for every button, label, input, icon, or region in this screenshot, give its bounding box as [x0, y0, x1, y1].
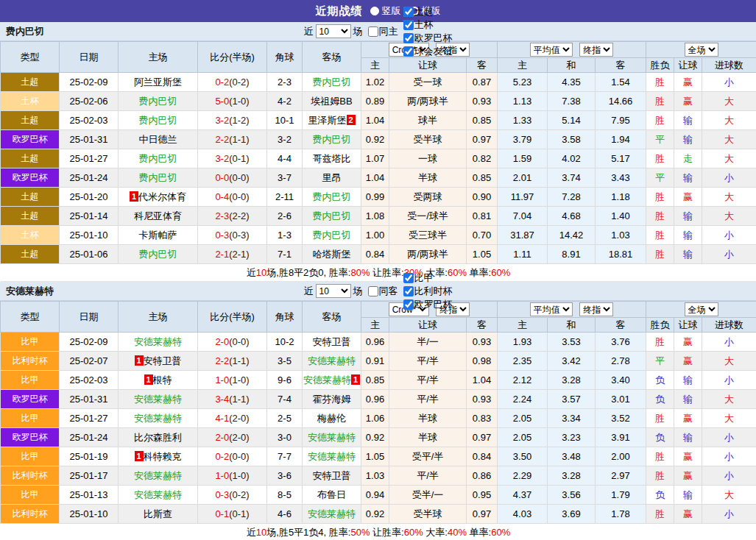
handicap-result-badge: 赢: [674, 447, 702, 466]
match-date: 25-01-10: [60, 505, 119, 524]
corner-count: 4-4: [267, 149, 303, 168]
avg-away: 1.54: [596, 73, 646, 92]
near-count-select[interactable]: 10: [316, 284, 351, 298]
col-handicap-result-header: 让球: [674, 58, 702, 73]
league-label: 球会友谊: [414, 45, 453, 58]
team-link: 费内巴切: [139, 115, 177, 126]
league-label: 欧罗巴杯: [414, 32, 453, 45]
league-checkbox[interactable]: [403, 20, 414, 30]
odds-home: 0.89: [361, 92, 389, 111]
col-avg-home-header: 主: [498, 58, 548, 73]
summary-stat-value: 60%: [491, 527, 510, 538]
average-final-select[interactable]: 终指: [579, 43, 613, 57]
avg-draw: 3.58: [548, 130, 596, 149]
odds-handicap: 受半球: [389, 505, 467, 524]
average-group-header: 平均值 终指: [498, 42, 646, 58]
corner-count: 4-2: [267, 92, 303, 111]
avg-draw: 3.28: [548, 371, 596, 390]
match-row: 比甲 25-01-19 1科特赖克 0-2(0-0) 7-7 安德莱赫特 1.0…: [1, 447, 756, 466]
same-side-filter[interactable]: 同主: [365, 25, 398, 38]
match-date: 25-01-24: [60, 168, 119, 188]
fulltime-score: 5-0: [215, 96, 229, 107]
league-filters: 土超土杯欧罗巴杯球会友谊: [400, 5, 453, 58]
average-select[interactable]: 平均值: [530, 43, 573, 57]
result-badge: 负: [646, 371, 674, 390]
handicap-result-badge: 输: [674, 371, 702, 390]
average-final-select[interactable]: 终指: [579, 302, 613, 316]
away-team: 布鲁日: [303, 486, 361, 505]
avg-home: 3.50: [498, 447, 548, 466]
fulltime-score: 0-2: [215, 77, 229, 88]
goals-badge: 小: [702, 371, 756, 390]
corner-count: 10-1: [267, 111, 303, 130]
avg-draw: 3.53: [548, 333, 596, 352]
league-filter[interactable]: 球会友谊: [400, 45, 453, 58]
league-checkbox[interactable]: [403, 7, 414, 17]
match-type: 土超: [1, 245, 60, 264]
result-badge: 胜: [646, 226, 674, 245]
league-label: 比利时杯: [414, 285, 453, 298]
league-filter[interactable]: 欧罗巴杯: [400, 32, 453, 45]
avg-home: 1.33: [498, 111, 548, 130]
league-label: 土杯: [414, 18, 434, 32]
col-avg-away-header: 客: [596, 318, 646, 333]
halftime-score: (1-0): [229, 470, 249, 481]
fulltime-score: 0-4: [215, 191, 229, 202]
odds-handicap: 平/半: [389, 390, 467, 409]
odds-handicap: 平/半: [389, 371, 467, 390]
handicap-result-badge: 赢: [674, 73, 702, 92]
away-team: 安德莱赫特: [303, 352, 361, 371]
league-filter[interactable]: 土杯: [400, 18, 453, 32]
league-checkbox[interactable]: [403, 299, 414, 310]
league-filter[interactable]: 比甲: [400, 271, 453, 285]
league-checkbox[interactable]: [403, 273, 414, 283]
fulltime-score: 2-2: [215, 355, 229, 366]
odds-handicap: 受两球: [389, 188, 467, 207]
league-checkbox[interactable]: [403, 286, 414, 296]
league-filter[interactable]: 土超: [400, 5, 453, 18]
match-row: 比甲 25-02-03 1根特 1-0(1-0) 9-6 安德莱赫特1 0.85…: [1, 371, 756, 390]
avg-home: 31.87: [498, 226, 548, 245]
team-link: 安特卫普: [313, 470, 351, 481]
avg-draw: 8.91: [548, 245, 596, 264]
away-team: 埃祖姆BB: [303, 92, 361, 111]
odds-handicap: 平/半: [389, 352, 467, 371]
scope-select[interactable]: 全场: [685, 302, 718, 316]
home-team: 费内巴切: [119, 111, 198, 130]
odds-away: 0.87: [467, 73, 498, 92]
summary-stat-value: 10: [256, 267, 266, 278]
match-date: 25-02-09: [60, 73, 119, 92]
league-filter[interactable]: 欧罗巴杯: [400, 298, 453, 311]
score: 4-1(2-0): [198, 409, 267, 428]
halftime-score: (0-1): [229, 508, 249, 519]
scope-group-header: 全场: [646, 302, 756, 318]
match-date: 25-01-10: [60, 226, 119, 245]
team-link: 安德莱赫特: [134, 470, 182, 481]
match-row: 比甲 25-01-27 安德莱赫特 4-1(2-0) 2-5 梅赫伦 1.06 …: [1, 409, 756, 428]
odds-away: 0.97: [467, 428, 498, 447]
avg-draw: 3.48: [548, 447, 596, 466]
odds-away: 0.95: [467, 486, 498, 505]
avg-home: 2.12: [498, 371, 548, 390]
summary-stat-value: 60%: [404, 527, 423, 538]
match-type: 欧罗巴杯: [1, 130, 60, 149]
average-select[interactable]: 平均值: [530, 302, 573, 316]
team-link: 代米尔体育: [138, 191, 186, 202]
odds-home: 0.96: [361, 333, 389, 352]
score: 2-1(2-1): [198, 245, 267, 264]
match-row: 比利时杯 25-01-10 比斯查 0-1(0-1) 4-6 安德莱赫特 0.9…: [1, 505, 756, 524]
odds-handicap: 受半球: [389, 130, 467, 149]
league-checkbox[interactable]: [403, 33, 414, 43]
goals-badge: 小: [702, 447, 756, 466]
scope-select[interactable]: 全场: [685, 43, 718, 57]
same-side-checkbox[interactable]: [368, 26, 378, 37]
league-checkbox[interactable]: [403, 46, 414, 57]
away-team: 哥兹塔比: [303, 149, 361, 168]
odds-away: 0.97: [467, 505, 498, 524]
near-count-select[interactable]: 10: [316, 24, 351, 38]
same-side-checkbox[interactable]: [368, 286, 378, 296]
league-filter[interactable]: 比利时杯: [400, 285, 453, 298]
col-date-header: 日期: [60, 42, 119, 73]
same-side-filter[interactable]: 同客: [365, 285, 398, 298]
match-date: 25-01-14: [60, 207, 119, 226]
